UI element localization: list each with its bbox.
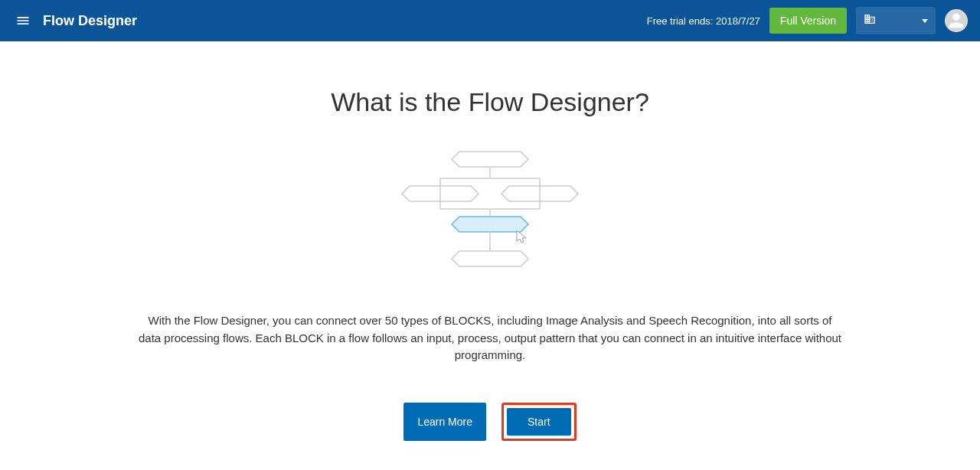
- organization-dropdown[interactable]: [856, 7, 936, 34]
- header-left: Flow Designer: [12, 10, 137, 31]
- app-title: Flow Designer: [43, 13, 137, 29]
- button-row: Learn More Start: [92, 403, 888, 441]
- main-content: What is the Flow Designer?: [0, 41, 980, 441]
- learn-more-button[interactable]: Learn More: [403, 403, 486, 441]
- trial-text: Free trial ends: 2018/7/27: [647, 15, 760, 27]
- menu-icon[interactable]: [12, 10, 34, 31]
- user-avatar[interactable]: [945, 9, 968, 32]
- app-header: Flow Designer Free trial ends: 2018/7/27…: [0, 0, 980, 41]
- full-version-button[interactable]: Full Version: [769, 8, 847, 34]
- svg-rect-3: [440, 178, 540, 209]
- svg-marker-7: [452, 217, 528, 232]
- svg-marker-1: [452, 152, 528, 167]
- start-button-highlight: Start: [501, 403, 577, 441]
- header-right: Free trial ends: 2018/7/27 Full Version: [647, 7, 968, 34]
- page-title: What is the Flow Designer?: [92, 87, 888, 117]
- flow-diagram: [92, 148, 888, 282]
- description-text: With the Flow Designer, you can connect …: [138, 312, 842, 364]
- start-button[interactable]: Start: [507, 408, 571, 436]
- building-icon: [864, 13, 876, 28]
- chevron-down-icon: [922, 19, 928, 23]
- svg-marker-9: [452, 251, 528, 266]
